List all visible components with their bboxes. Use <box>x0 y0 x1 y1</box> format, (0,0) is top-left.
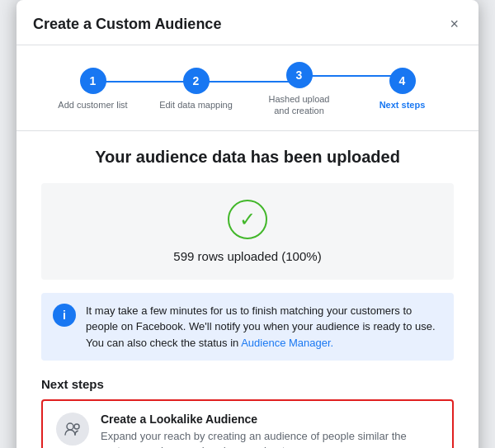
info-icon: i <box>53 304 76 327</box>
modal-title: Create a Custom Audience <box>33 16 221 33</box>
info-box: i It may take a few minutes for us to fi… <box>41 293 454 361</box>
step-label-2: Edit data mapping <box>159 99 233 111</box>
step-label-4: Next steps <box>380 99 426 111</box>
step-2: 2Edit data mapping <box>144 68 248 111</box>
create-custom-audience-modal: Create a Custom Audience × 1Add customer… <box>16 0 478 448</box>
step-4: 4Next steps <box>351 68 454 111</box>
lookalike-card-content: Create a Lookalike Audience Expand your … <box>101 413 439 448</box>
lookalike-card-title: Create a Lookalike Audience <box>101 413 439 426</box>
close-button[interactable]: × <box>446 13 462 35</box>
lookalike-audience-card[interactable]: Create a Lookalike Audience Expand your … <box>41 399 454 448</box>
audience-manager-link[interactable]: Audience Manager. <box>241 337 333 349</box>
svg-point-1 <box>74 424 79 429</box>
lookalike-card-desc: Expand your reach by creating an audienc… <box>101 429 439 448</box>
step-circle-3: 3 <box>286 62 313 88</box>
info-text: It may take a few minutes for us to fini… <box>86 303 442 351</box>
step-circle-2: 2 <box>183 68 210 94</box>
stepper: 1Add customer list2Edit data mapping3Has… <box>16 45 478 130</box>
lookalike-icon <box>56 413 89 446</box>
check-circle: ✓ <box>228 200 267 239</box>
step-label-1: Add customer list <box>58 99 127 111</box>
upload-count: 599 rows uploaded (100%) <box>173 249 321 263</box>
step-circle-1: 1 <box>80 68 106 94</box>
step-label-3: Hashed upload and creation <box>262 93 337 117</box>
modal-body: Your audience data has been uploaded ✓ 5… <box>16 131 478 448</box>
step-1: 1Add customer list <box>41 68 144 111</box>
checkmark-icon: ✓ <box>239 210 256 229</box>
upload-title: Your audience data has been uploaded <box>41 148 454 167</box>
step-3: 3Hashed upload and creation <box>248 62 351 117</box>
next-steps-section-title: Next steps <box>41 377 454 391</box>
modal-header: Create a Custom Audience × <box>16 0 478 45</box>
upload-status-box: ✓ 599 rows uploaded (100%) <box>41 183 454 280</box>
svg-point-0 <box>67 423 73 430</box>
step-circle-4: 4 <box>389 68 416 94</box>
